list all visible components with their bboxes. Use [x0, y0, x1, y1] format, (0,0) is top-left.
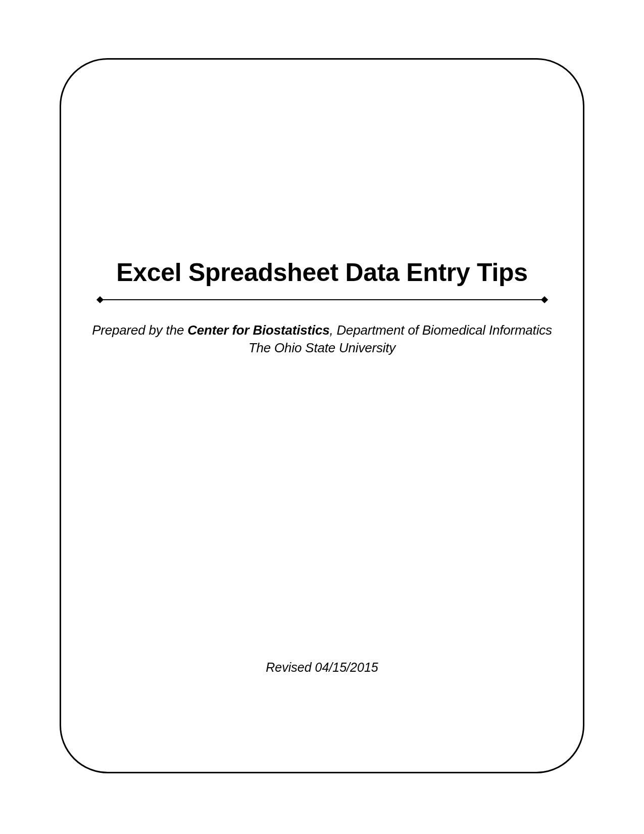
center-name: Center for Biostatistics [187, 322, 329, 338]
divider-line [103, 299, 542, 300]
university-name: The Ohio State University [249, 340, 395, 355]
diamond-icon [96, 296, 103, 303]
department-suffix: , Department of Biomedical Informatics [329, 322, 552, 338]
title-divider [97, 297, 547, 302]
cover-content: Excel Spreadsheet Data Entry Tips Prepar… [60, 58, 584, 773]
prepared-by-prefix: Prepared by the [92, 322, 187, 338]
revised-date: Revised 04/15/2015 [60, 660, 584, 675]
subtitle-block: Prepared by the Center for Biostatistics… [92, 321, 552, 357]
document-title: Excel Spreadsheet Data Entry Tips [116, 258, 528, 287]
diamond-icon [540, 296, 548, 303]
